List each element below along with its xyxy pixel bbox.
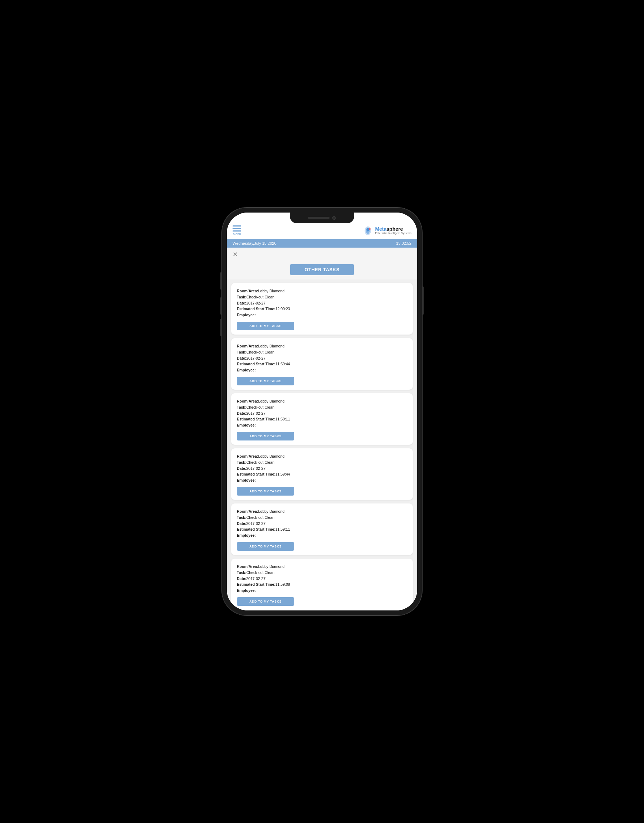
logo-sphere: sphere: [386, 226, 403, 232]
task-date: Date:2017-02-27: [237, 355, 407, 362]
tasks-list[interactable]: Room/Area:Lobby Diamond Task:Check-out C…: [227, 279, 417, 610]
task-room: Room/Area:Lobby Diamond: [237, 398, 407, 405]
phone-screen: Menu Metasphere Enterprise Intelligent S…: [227, 213, 417, 610]
task-card: Room/Area:Lobby Diamond Task:Check-out C…: [231, 559, 413, 610]
logo-meta: Meta: [375, 226, 386, 232]
task-type: Task:Check-out Clean: [237, 405, 407, 411]
task-date: Date:2017-02-27: [237, 576, 407, 582]
add-to-my-tasks-button[interactable]: ADD TO MY TASKS: [237, 432, 294, 440]
date-display: Wednesday,July 15,2020: [233, 241, 276, 245]
task-employee: Employee:: [237, 587, 407, 594]
task-date: Date:2017-02-27: [237, 466, 407, 472]
task-employee: Employee:: [237, 532, 407, 538]
notch: [290, 213, 354, 223]
add-to-my-tasks-button[interactable]: ADD TO MY TASKS: [237, 322, 294, 330]
datetime-bar: Wednesday,July 15,2020 13:02:52: [227, 239, 417, 248]
hamburger-icon[interactable]: [233, 225, 241, 231]
logo-icon: [363, 226, 373, 236]
logo-name: Metasphere: [375, 227, 411, 232]
menu-label: Menu: [233, 232, 241, 236]
add-to-my-tasks-button[interactable]: ADD TO MY TASKS: [237, 377, 294, 385]
svg-point-3: [369, 228, 371, 230]
camera: [333, 216, 336, 220]
task-type: Task:Check-out Clean: [237, 349, 407, 355]
task-room: Room/Area:Lobby Diamond: [237, 509, 407, 515]
add-to-my-tasks-button[interactable]: ADD TO MY TASKS: [237, 487, 294, 496]
task-card: Room/Area:Lobby Diamond Task:Check-out C…: [231, 283, 413, 334]
close-button[interactable]: ✕: [233, 250, 238, 258]
close-area: ✕: [227, 248, 417, 260]
task-est-start: Estimated Start Time:11:59:44: [237, 471, 407, 477]
phone-frame: Menu Metasphere Enterprise Intelligent S…: [222, 207, 422, 616]
task-card: Room/Area:Lobby Diamond Task:Check-out C…: [231, 448, 413, 500]
task-est-start: Estimated Start Time:11:59:11: [237, 526, 407, 532]
task-card: Room/Area:Lobby Diamond Task:Check-out C…: [231, 393, 413, 445]
menu-button[interactable]: Menu: [233, 225, 241, 236]
task-est-start: Estimated Start Time:11:59:08: [237, 581, 407, 587]
svg-point-2: [367, 228, 369, 231]
task-est-start: Estimated Start Time:11:59:11: [237, 416, 407, 422]
task-employee: Employee:: [237, 367, 407, 373]
task-date: Date:2017-02-27: [237, 300, 407, 306]
task-employee: Employee:: [237, 477, 407, 483]
task-type: Task:Check-out Clean: [237, 515, 407, 521]
task-room: Room/Area:Lobby Diamond: [237, 454, 407, 460]
task-employee: Employee:: [237, 312, 407, 318]
time-display: 13:02:52: [396, 241, 411, 245]
speaker: [308, 217, 330, 219]
logo-text: Metasphere Enterprise Intelligent System…: [375, 227, 411, 235]
other-tasks-title: OTHER TASKS: [290, 264, 354, 275]
add-to-my-tasks-button[interactable]: ADD TO MY TASKS: [237, 597, 294, 606]
task-card: Room/Area:Lobby Diamond Task:Check-out C…: [231, 338, 413, 390]
task-est-start: Estimated Start Time:11:59:44: [237, 361, 407, 367]
task-type: Task:Check-out Clean: [237, 570, 407, 576]
logo-subtitle: Enterprise Intelligent Systems: [375, 232, 411, 235]
task-card: Room/Area:Lobby Diamond Task:Check-out C…: [231, 503, 413, 555]
task-date: Date:2017-02-27: [237, 521, 407, 527]
task-room: Room/Area:Lobby Diamond: [237, 343, 407, 349]
page-title-bar: OTHER TASKS: [227, 260, 417, 279]
task-date: Date:2017-02-27: [237, 411, 407, 417]
task-room: Room/Area:Lobby Diamond: [237, 564, 407, 570]
task-type: Task:Check-out Clean: [237, 294, 407, 300]
task-employee: Employee:: [237, 422, 407, 428]
task-room: Room/Area:Lobby Diamond: [237, 288, 407, 294]
logo: Metasphere Enterprise Intelligent System…: [363, 226, 411, 236]
task-type: Task:Check-out Clean: [237, 460, 407, 466]
task-est-start: Estimated Start Time:12:00:23: [237, 306, 407, 312]
add-to-my-tasks-button[interactable]: ADD TO MY TASKS: [237, 542, 294, 551]
